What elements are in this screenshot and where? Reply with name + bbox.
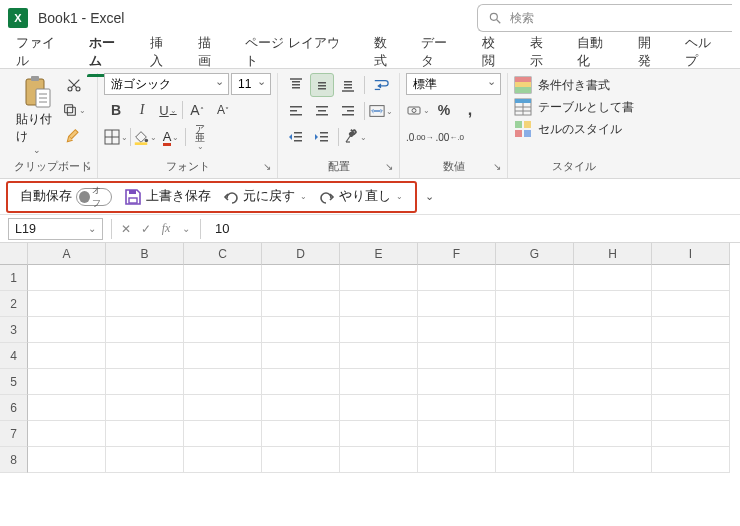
cell[interactable] [652, 421, 730, 447]
underline-button[interactable]: U⌄ [156, 98, 180, 122]
name-box[interactable]: L19 ⌄ [8, 218, 103, 240]
dialog-launcher-icon[interactable]: ↘ [493, 161, 501, 172]
font-size-select[interactable] [231, 73, 271, 95]
tab-data[interactable]: データ [411, 28, 470, 76]
column-header[interactable]: F [418, 243, 496, 265]
align-top-button[interactable] [284, 73, 308, 97]
cell[interactable] [184, 421, 262, 447]
cell[interactable] [652, 317, 730, 343]
wrap-text-button[interactable] [369, 73, 393, 97]
redo-button[interactable]: やり直し ⌄ [315, 186, 407, 207]
cell[interactable] [574, 421, 652, 447]
grow-font-button[interactable]: A˄ [185, 98, 209, 122]
format-as-table-button[interactable]: テーブルとして書 [514, 98, 634, 116]
shrink-font-button[interactable]: A˅ [211, 98, 235, 122]
cell[interactable] [340, 343, 418, 369]
copy-button[interactable]: ⌄ [62, 98, 86, 122]
cell[interactable] [28, 317, 106, 343]
number-format-select[interactable] [406, 73, 501, 95]
decrease-decimal-button[interactable]: .00←.0 [435, 125, 464, 149]
increase-indent-button[interactable] [310, 125, 334, 149]
cell[interactable] [262, 291, 340, 317]
cell[interactable] [574, 317, 652, 343]
cell[interactable] [184, 395, 262, 421]
cell[interactable] [574, 395, 652, 421]
row-header[interactable]: 8 [0, 447, 28, 473]
tab-draw[interactable]: 描画 [188, 28, 234, 76]
row-header[interactable]: 7 [0, 421, 28, 447]
cell[interactable] [184, 369, 262, 395]
column-header[interactable]: D [262, 243, 340, 265]
cell[interactable] [496, 291, 574, 317]
cell[interactable] [106, 317, 184, 343]
cell[interactable] [574, 291, 652, 317]
fill-color-button[interactable]: ⌄ [133, 125, 157, 149]
cell[interactable] [496, 421, 574, 447]
cell[interactable] [262, 317, 340, 343]
cell[interactable] [340, 395, 418, 421]
font-name-select[interactable] [104, 73, 229, 95]
percent-button[interactable]: % [432, 98, 456, 122]
cell[interactable] [28, 265, 106, 291]
merge-center-button[interactable]: ⌄ [369, 99, 393, 123]
bold-button[interactable]: B [104, 98, 128, 122]
qat-customize-button[interactable]: ⌄ [425, 190, 434, 203]
cell[interactable] [418, 395, 496, 421]
column-header[interactable]: A [28, 243, 106, 265]
tab-developer[interactable]: 開発 [628, 28, 674, 76]
cell[interactable] [28, 421, 106, 447]
cell[interactable] [262, 447, 340, 473]
cell[interactable] [106, 447, 184, 473]
orientation-button[interactable]: ab⌄ [343, 125, 367, 149]
tab-help[interactable]: ヘルプ [675, 28, 734, 76]
paste-button[interactable]: 貼り付け ⌄ [14, 73, 60, 155]
insert-function-button[interactable]: fx [156, 221, 176, 236]
cell[interactable] [340, 369, 418, 395]
dialog-launcher-icon[interactable]: ↘ [83, 161, 91, 172]
align-middle-button[interactable] [310, 73, 334, 97]
cell[interactable] [574, 343, 652, 369]
cell[interactable] [652, 265, 730, 291]
cell[interactable] [652, 369, 730, 395]
cell[interactable] [184, 317, 262, 343]
formula-bar-input[interactable]: 10 [205, 221, 740, 236]
cell[interactable] [340, 317, 418, 343]
cell[interactable] [28, 369, 106, 395]
row-header[interactable]: 2 [0, 291, 28, 317]
cell[interactable] [262, 395, 340, 421]
cell[interactable] [652, 447, 730, 473]
accounting-format-button[interactable]: ⌄ [406, 98, 430, 122]
spreadsheet-grid[interactable]: A B C D E F G H I 12345678 [0, 243, 740, 473]
cell[interactable] [652, 343, 730, 369]
cut-button[interactable] [62, 73, 86, 97]
cell[interactable] [184, 265, 262, 291]
autosave-toggle[interactable]: 自動保存 オフ [16, 186, 116, 208]
chevron-down-icon[interactable]: ⌄ [176, 223, 196, 234]
cell[interactable] [340, 421, 418, 447]
cell[interactable] [28, 291, 106, 317]
italic-button[interactable]: I [130, 98, 154, 122]
column-header[interactable]: B [106, 243, 184, 265]
font-color-button[interactable]: A⌄ [159, 125, 183, 149]
cell[interactable] [106, 421, 184, 447]
cell[interactable] [184, 291, 262, 317]
cell[interactable] [340, 265, 418, 291]
tab-view[interactable]: 表示 [520, 28, 566, 76]
align-right-button[interactable] [336, 99, 360, 123]
column-header[interactable]: E [340, 243, 418, 265]
cell[interactable] [418, 343, 496, 369]
align-left-button[interactable] [284, 99, 308, 123]
column-header[interactable]: G [496, 243, 574, 265]
tab-formulas[interactable]: 数式 [364, 28, 410, 76]
cell[interactable] [418, 447, 496, 473]
cell[interactable] [496, 369, 574, 395]
select-all-corner[interactable] [0, 243, 28, 265]
cell[interactable] [28, 395, 106, 421]
tab-automate[interactable]: 自動化 [567, 28, 626, 76]
cell[interactable] [652, 291, 730, 317]
undo-button[interactable]: 元に戻す ⌄ [219, 186, 311, 207]
cell[interactable] [418, 421, 496, 447]
conditional-format-button[interactable]: 条件付き書式 [514, 76, 634, 94]
increase-decimal-button[interactable]: .0.00→ [406, 125, 433, 149]
cancel-formula-button[interactable]: ✕ [116, 222, 136, 236]
